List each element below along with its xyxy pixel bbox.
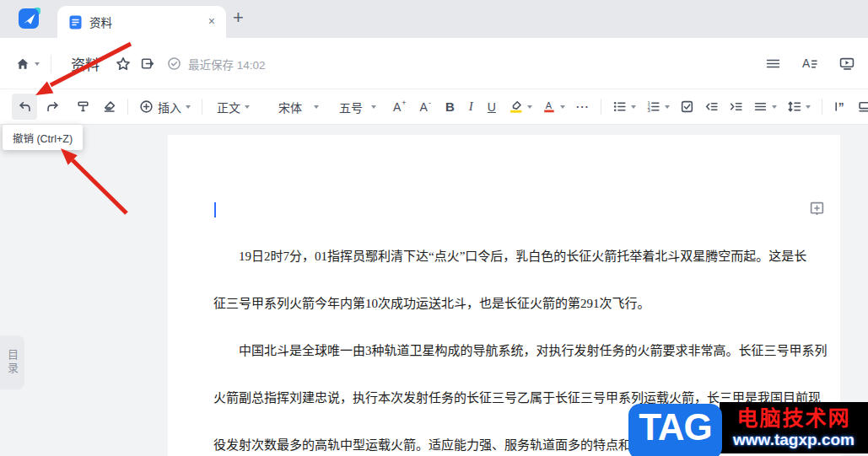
document-tab[interactable]: 资料 ×: [57, 6, 226, 38]
menu-icon: [765, 56, 781, 71]
checklist-button[interactable]: [675, 94, 699, 120]
italic-button[interactable]: I: [464, 94, 478, 120]
undo-tooltip: 撤销 (Ctrl+Z): [3, 125, 83, 150]
toc-rail-tab[interactable]: 目录: [0, 335, 24, 389]
watermark-panel: 电脑技术网 www.tagxp.com: [720, 402, 868, 453]
save-status-text: 最近保存 14:02: [188, 56, 266, 72]
paragraph-style-value: 正文: [217, 99, 240, 115]
chevron-down-icon: [560, 105, 565, 109]
numbered-list-button[interactable]: 1 2 3: [641, 94, 675, 120]
bullet-list-icon: [612, 99, 627, 114]
typography-button[interactable]: A: [801, 38, 818, 89]
move-button[interactable]: [140, 38, 155, 89]
chevron-down-icon: [665, 105, 670, 109]
font-family-value: 宋体: [278, 99, 302, 115]
font-color-button[interactable]: A: [537, 94, 570, 120]
chevron-down-icon: [245, 105, 250, 109]
font-color-icon: A: [542, 99, 556, 114]
watermark-site-url: www.tagxp.com: [720, 430, 868, 450]
insert-plus-icon: [139, 99, 154, 114]
watermark-site-name: 电脑技术网: [720, 406, 868, 430]
chevron-down-icon: [527, 105, 532, 109]
font-shrink-icon: A: [420, 100, 428, 114]
divider-block-icon: [858, 99, 868, 114]
bullet-list-button[interactable]: [607, 94, 641, 120]
close-icon[interactable]: ×: [208, 14, 215, 28]
numbered-list-icon: 1 2 3: [646, 99, 660, 114]
menu-button[interactable]: [765, 38, 781, 89]
outdent-button[interactable]: [699, 94, 724, 120]
font-size-select[interactable]: 五号: [331, 94, 385, 120]
formatting-toolbar: 插入 正文 宋体 五号 A + A - B I U A: [0, 89, 868, 125]
font-family-select[interactable]: 宋体: [270, 94, 327, 120]
line-spacing-button[interactable]: [782, 94, 816, 120]
highlight-button[interactable]: [504, 94, 537, 120]
star-icon: [116, 56, 131, 72]
quote-icon: ”: [833, 99, 848, 114]
chevron-down-icon: [35, 62, 40, 66]
indent-button[interactable]: [724, 94, 748, 120]
line-spacing-icon: [787, 99, 801, 114]
home-button[interactable]: [15, 38, 40, 89]
outdent-icon: [704, 99, 719, 114]
chevron-down-icon: [806, 105, 811, 109]
svg-text:A: A: [802, 56, 811, 70]
paragraph-style-select[interactable]: 正文: [208, 94, 258, 120]
new-tab-button[interactable]: +: [233, 7, 244, 29]
divider: [51, 55, 51, 73]
app-logo[interactable]: [18, 8, 40, 30]
undo-icon: [17, 99, 32, 114]
italic-icon: I: [469, 99, 473, 114]
increase-font-button[interactable]: A +: [388, 94, 412, 120]
svg-text:”: ”: [838, 100, 844, 114]
save-status: 最近保存 14:02: [167, 38, 266, 89]
doc-line: 征三号甲系列火箭今年内第10次成功运送北斗，也是长征火箭的第291次飞行。: [213, 296, 838, 312]
browser-tab-bar: 资料 × +: [0, 0, 868, 38]
undo-tooltip-text: 撤销 (Ctrl+Z): [13, 130, 73, 146]
divider-block-button[interactable]: [853, 94, 868, 120]
decrease-font-button[interactable]: A -: [415, 94, 436, 120]
chevron-down-icon: [631, 105, 636, 109]
quote-button[interactable]: ”: [828, 94, 853, 120]
insert-label: 插入: [158, 99, 181, 115]
align-button[interactable]: [748, 94, 782, 120]
svg-text:A: A: [546, 100, 553, 110]
home-icon: [15, 57, 30, 71]
checklist-icon: [680, 99, 694, 114]
bold-button[interactable]: B: [440, 94, 460, 120]
present-button[interactable]: [838, 38, 855, 89]
comment-plus-icon[interactable]: [809, 201, 825, 217]
doc-icon: [69, 15, 82, 30]
divider: [127, 99, 128, 115]
underline-icon: U: [488, 100, 496, 114]
font-grow-icon: A: [393, 100, 401, 114]
more-formats-button[interactable]: ⋯: [570, 94, 595, 120]
toc-label: 目录: [4, 349, 20, 376]
divider: [822, 99, 822, 115]
font-size-value: 五号: [339, 99, 363, 115]
indent-icon: [729, 99, 743, 114]
doc-title[interactable]: 资料: [71, 53, 100, 74]
divider: [601, 99, 601, 115]
saved-check-icon: [167, 56, 181, 71]
redo-icon: [46, 99, 61, 114]
redo-button[interactable]: [40, 94, 66, 120]
highlight-icon: [509, 99, 523, 114]
underline-button[interactable]: U: [483, 94, 501, 120]
undo-button[interactable]: [12, 94, 37, 120]
divider: [202, 99, 202, 115]
align-icon: [753, 99, 768, 114]
chevron-down-icon: [772, 105, 777, 109]
format-painter-button[interactable]: [71, 94, 95, 120]
insert-button[interactable]: 插入: [134, 94, 196, 120]
favorite-button[interactable]: [116, 38, 131, 89]
format-painter-icon: [76, 99, 90, 114]
title-bar: 资料 最近保存 14:02 A: [0, 38, 868, 89]
move-to-folder-icon: [140, 56, 155, 71]
more-icon: ⋯: [575, 99, 590, 115]
doc-line: 中国北斗是全球唯一由3种轨道卫星构成的导航系统，对执行发射任务的火箭要求非常高。…: [213, 343, 838, 359]
chevron-down-icon: [314, 105, 319, 109]
eraser-icon: [102, 99, 116, 114]
chevron-down-icon: [186, 105, 191, 109]
clear-format-button[interactable]: [97, 94, 121, 120]
